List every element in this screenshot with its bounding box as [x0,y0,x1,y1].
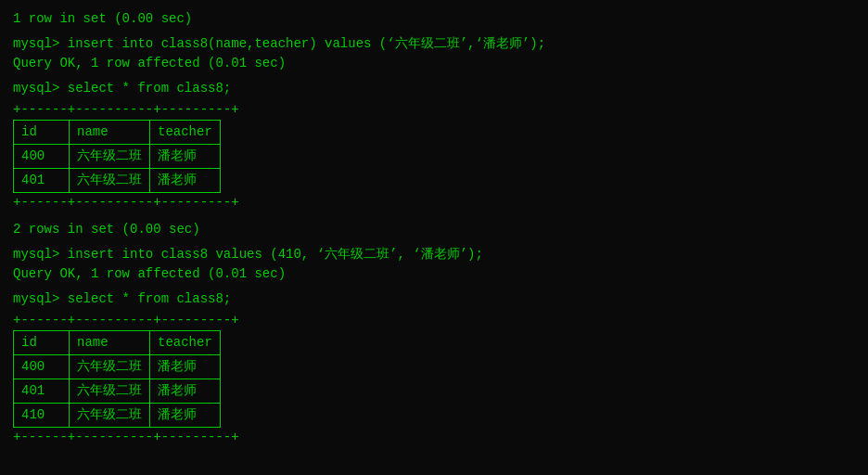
table-cell: 六年级二班 [70,355,150,379]
table2-col-id: id [14,331,70,355]
table1-bottom-sep: +------+----------+---------+ [13,193,239,212]
table2-col-name: name [70,331,150,355]
table1: id name teacher 400六年级二班潘老师401六年级二班潘老师 [13,120,221,193]
table1-col-name: name [70,121,150,145]
table1-top-sep: +------+----------+---------+ [13,100,239,120]
table1-wrapper: +------+----------+---------+ id name te… [13,100,239,212]
table-cell: 潘老师 [150,169,221,193]
table-cell: 潘老师 [150,379,221,404]
table-row: 400六年级二班潘老师 [14,355,221,379]
table-cell: 400 [14,145,70,169]
table-cell: 六年级二班 [70,404,150,428]
table1-col-teacher: teacher [150,121,221,145]
table2-bottom-sep: +------+----------+---------+ [13,428,239,447]
table-cell: 六年级二班 [70,379,150,404]
line-insert1: mysql> insert into class8(name,teacher) … [13,34,855,54]
line-1-row: 1 row in set (0.00 sec) [13,9,855,29]
table1-header-row: id name teacher [14,121,221,145]
table-row: 410六年级二班潘老师 [14,404,221,428]
table1-col-id: id [14,121,70,145]
table-cell: 六年级二班 [70,169,150,193]
table-row: 400六年级二班潘老师 [14,145,221,169]
table-cell: 400 [14,355,70,379]
line-2rows: 2 rows in set (0.00 sec) [13,220,855,239]
table2-top-sep: +------+----------+---------+ [13,311,239,330]
table2-col-teacher: teacher [150,331,221,355]
table-row: 401六年级二班潘老师 [14,169,221,193]
table-cell: 潘老师 [150,404,221,428]
table-cell: 潘老师 [150,145,221,169]
line-query1: Query OK, 1 row affected (0.01 sec) [13,54,855,73]
line-select1: mysql> select * from class8; [13,79,855,98]
table-row: 401六年级二班潘老师 [14,379,221,404]
table2-header-row: id name teacher [14,331,221,355]
table-cell: 潘老师 [150,355,221,379]
table-cell: 401 [14,379,70,404]
table2-wrapper: +------+----------+---------+ id name te… [13,311,239,447]
table-cell: 六年级二班 [70,145,150,169]
line-select2: mysql> select * from class8; [13,289,855,309]
table2: id name teacher 400六年级二班潘老师401六年级二班潘老师41… [13,330,221,428]
line-insert2: mysql> insert into class8 values (410, ‘… [13,245,855,264]
table-cell: 410 [14,404,70,428]
line-query2: Query OK, 1 row affected (0.01 sec) [13,264,855,284]
table-cell: 401 [14,169,70,193]
